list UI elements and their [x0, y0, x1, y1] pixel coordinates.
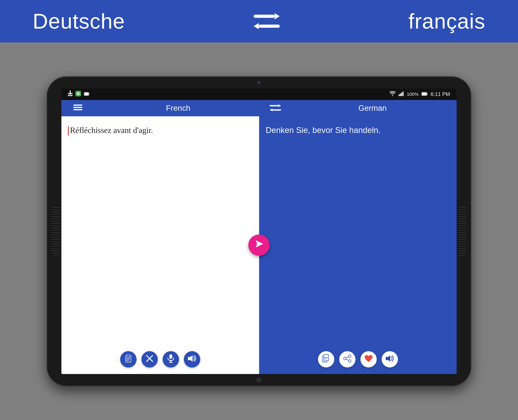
svg-line-49 [346, 359, 348, 360]
home-button [256, 378, 262, 383]
speaker-left [52, 207, 60, 256]
right-translation-text: Denken Sie, bevor Sie handeln. [266, 124, 380, 136]
hamburger-icon [73, 104, 82, 112]
battery-percent: 100% [407, 92, 418, 97]
right-speaker-button[interactable] [382, 351, 398, 368]
copy-button[interactable] [318, 351, 334, 368]
svg-rect-5 [68, 93, 72, 94]
top-banner: Deutsche français [0, 0, 518, 42]
svg-rect-20 [427, 93, 427, 95]
signal-icon [399, 91, 404, 97]
microphone-icon [167, 354, 174, 364]
toolbar-german-label[interactable]: German [288, 104, 456, 112]
svg-rect-4 [70, 90, 71, 95]
left-text-area[interactable]: Réfléchissez avant d'agir. [62, 116, 259, 346]
right-speaker-icon [386, 355, 394, 364]
svg-rect-27 [272, 109, 281, 111]
clipboard-button[interactable] [120, 351, 137, 368]
svg-rect-30 [127, 354, 130, 356]
tablet-frame: 100% 6:11 PM [47, 76, 471, 386]
svg-rect-13 [89, 93, 89, 95]
right-action-buttons [259, 346, 456, 374]
left-action-buttons [62, 346, 259, 374]
right-text-area: Denken Sie, bevor Sie handeln. [259, 116, 456, 346]
svg-rect-0 [254, 15, 275, 18]
clipboard-icon [124, 354, 132, 364]
toolbar-menu-button[interactable] [62, 104, 94, 112]
svg-marker-50 [386, 355, 390, 362]
left-speaker-icon [188, 355, 196, 364]
status-time: 6:11 PM [431, 91, 450, 97]
battery-status-icon [84, 92, 90, 97]
clear-icon [146, 355, 153, 364]
battery-icon [421, 92, 428, 97]
translation-panels: Réfléchissez avant d'agir. [62, 116, 456, 374]
svg-rect-21 [422, 93, 426, 95]
screen: 100% 6:11 PM [62, 89, 456, 374]
svg-rect-24 [73, 109, 82, 110]
svg-rect-8 [68, 95, 72, 96]
translate-fab-button[interactable] [248, 234, 270, 256]
left-translation-text: Réfléchissez avant d'agir. [68, 124, 153, 136]
svg-marker-26 [278, 104, 281, 107]
app-toolbar: French German [62, 100, 456, 116]
svg-point-46 [344, 357, 346, 360]
svg-rect-31 [126, 358, 130, 358]
svg-rect-36 [169, 354, 172, 359]
text-cursor [68, 126, 69, 136]
svg-point-45 [348, 355, 351, 357]
status-icons-left [68, 90, 90, 98]
clear-button[interactable] [141, 351, 158, 368]
svg-rect-16 [400, 93, 401, 96]
svg-marker-1 [275, 13, 280, 19]
svg-marker-3 [254, 23, 259, 29]
share-button[interactable] [339, 351, 356, 368]
svg-rect-44 [325, 359, 327, 359]
panel-right: Denken Sie, bevor Sie handeln. [259, 116, 456, 374]
usb-icon [68, 90, 72, 98]
svg-rect-25 [270, 105, 278, 106]
banner-swap-icon [254, 11, 280, 31]
svg-point-47 [348, 360, 351, 362]
svg-rect-37 [170, 360, 171, 362]
svg-rect-23 [73, 107, 82, 108]
svg-marker-40 [256, 240, 263, 248]
tablet-wrapper: 100% 6:11 PM [0, 42, 518, 420]
svg-rect-2 [259, 25, 280, 28]
svg-rect-17 [401, 92, 402, 96]
toolbar-swap-button[interactable] [262, 104, 288, 112]
microphone-button[interactable] [163, 351, 179, 368]
svg-rect-15 [399, 94, 400, 96]
svg-point-11 [78, 93, 79, 94]
send-icon [254, 240, 264, 251]
svg-marker-28 [270, 109, 272, 111]
svg-rect-14 [85, 93, 88, 95]
banner-lang-right: français [409, 9, 485, 33]
toolbar-french-label[interactable]: French [94, 104, 262, 112]
panel-left[interactable]: Réfléchissez avant d'agir. [62, 116, 259, 374]
svg-rect-38 [169, 362, 173, 363]
status-icons-right: 100% 6:11 PM [389, 91, 450, 97]
wifi-icon [389, 91, 396, 97]
svg-rect-22 [73, 105, 82, 106]
svg-rect-43 [325, 357, 328, 358]
favorite-button[interactable] [360, 351, 377, 368]
svg-rect-32 [126, 359, 130, 359]
left-speaker-button[interactable] [184, 351, 200, 368]
camera [257, 81, 261, 84]
banner-lang-left: Deutsche [33, 9, 125, 33]
heart-icon [364, 355, 373, 364]
svg-line-48 [346, 357, 348, 358]
svg-rect-18 [402, 91, 403, 96]
status-bar: 100% 6:11 PM [62, 89, 456, 100]
share-icon [343, 354, 351, 364]
svg-marker-39 [188, 355, 193, 362]
copy-icon [322, 354, 330, 364]
music-icon [76, 91, 81, 98]
speaker-right [458, 207, 466, 256]
svg-rect-33 [126, 360, 129, 361]
